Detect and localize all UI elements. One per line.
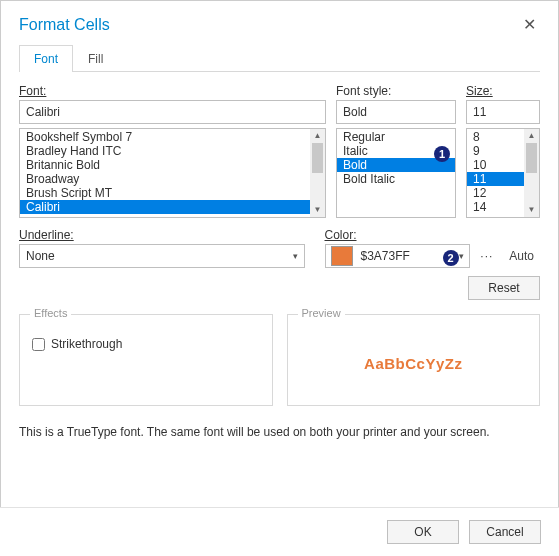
scroll-down-icon[interactable]: ▼ xyxy=(314,203,322,217)
close-icon[interactable]: ✕ xyxy=(519,15,540,34)
list-item[interactable]: Britannic Bold xyxy=(20,158,325,172)
preview-group: Preview AaBbCcYyZz xyxy=(287,314,541,406)
effects-group: Effects Strikethrough xyxy=(19,314,273,406)
underline-label: Underline: xyxy=(19,228,305,242)
size-label: Size: xyxy=(466,84,540,98)
font-note: This is a TrueType font. The same font w… xyxy=(19,424,540,441)
auto-color-button[interactable]: Auto xyxy=(503,247,540,265)
dialog-title: Format Cells xyxy=(19,16,110,34)
color-label: Color: xyxy=(325,228,541,242)
tab-font[interactable]: Font xyxy=(19,45,73,72)
list-item[interactable]: Regular xyxy=(337,130,455,144)
callout-badge-2: 2 xyxy=(443,250,459,266)
font-list[interactable]: Bookshelf Symbol 7 Bradley Hand ITC Brit… xyxy=(19,128,326,218)
scroll-up-icon[interactable]: ▲ xyxy=(528,129,536,143)
scrollbar[interactable]: ▲ ▼ xyxy=(310,129,325,217)
list-item[interactable]: Broadway xyxy=(20,172,325,186)
tab-fill[interactable]: Fill xyxy=(73,45,118,72)
reset-button[interactable]: Reset xyxy=(468,276,540,300)
color-hex: $3A73FF xyxy=(361,249,452,263)
strikethrough-input[interactable] xyxy=(32,338,45,351)
list-item[interactable]: Bradley Hand ITC xyxy=(20,144,325,158)
size-list[interactable]: 8 9 10 11 12 14 ▲ ▼ xyxy=(466,128,540,218)
style-input[interactable] xyxy=(336,100,456,124)
scroll-up-icon[interactable]: ▲ xyxy=(314,129,322,143)
font-label: Font: xyxy=(19,84,326,98)
chevron-down-icon: ▾ xyxy=(459,251,464,261)
ok-button[interactable]: OK xyxy=(387,520,459,544)
style-list[interactable]: Regular Italic Bold Bold Italic xyxy=(336,128,456,218)
scroll-thumb[interactable] xyxy=(526,143,537,173)
cancel-button[interactable]: Cancel xyxy=(469,520,541,544)
color-swatch xyxy=(331,246,353,266)
underline-select[interactable]: None ▾ xyxy=(19,244,305,268)
more-colors-button[interactable]: ··· xyxy=(476,249,497,263)
list-item[interactable]: Bookshelf Symbol 7 xyxy=(20,130,325,144)
tab-bar: Font Fill xyxy=(19,44,540,72)
list-item[interactable]: Bold Italic xyxy=(337,172,455,186)
list-item[interactable]: Calibri xyxy=(20,200,325,214)
callout-badge-1: 1 xyxy=(434,146,450,162)
size-input[interactable] xyxy=(466,100,540,124)
chevron-down-icon: ▾ xyxy=(293,251,298,261)
strikethrough-checkbox[interactable]: Strikethrough xyxy=(32,337,260,351)
scroll-down-icon[interactable]: ▼ xyxy=(528,203,536,217)
font-input[interactable] xyxy=(19,100,326,124)
underline-value: None xyxy=(26,249,55,263)
strikethrough-label: Strikethrough xyxy=(51,337,122,351)
scrollbar[interactable]: ▲ ▼ xyxy=(524,129,539,217)
effects-group-title: Effects xyxy=(30,307,71,319)
scroll-thumb[interactable] xyxy=(312,143,323,173)
list-item[interactable]: Brush Script MT xyxy=(20,186,325,200)
preview-text: AaBbCcYyZz xyxy=(300,331,528,395)
preview-group-title: Preview xyxy=(298,307,345,319)
style-label: Font style: xyxy=(336,84,456,98)
